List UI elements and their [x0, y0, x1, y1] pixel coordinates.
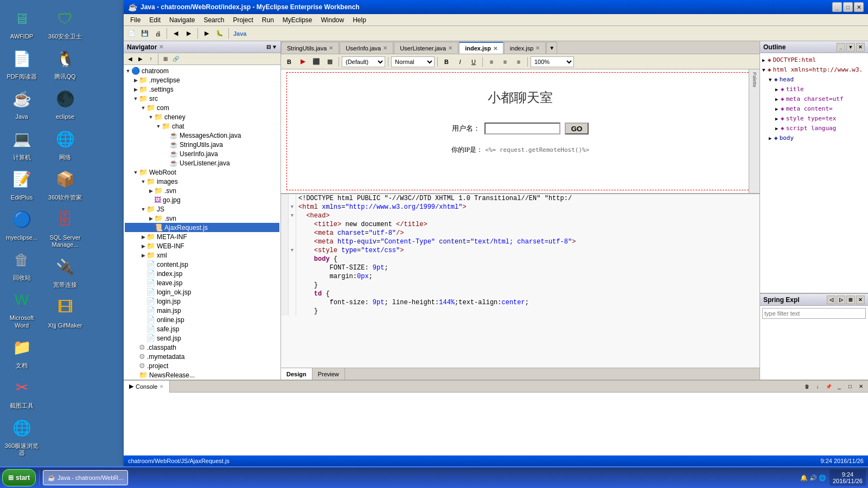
nav-node-svn_images[interactable]: ▶📁.svn	[125, 186, 279, 195]
nav-node-svn_js[interactable]: ▶📁.svn	[125, 214, 279, 223]
maximize-button[interactable]: □	[843, 2, 853, 12]
console-clear-btn[interactable]: 🗑	[802, 382, 812, 391]
editor-tab-close-UserListener[interactable]: ✕	[448, 45, 452, 51]
ed-design-btn[interactable]: ⬛	[310, 56, 322, 68]
tree-toggle-src[interactable]: ▼	[132, 95, 139, 102]
ed-zoom-select[interactable]: 100%	[531, 56, 574, 67]
desktop-icon-doc[interactable]: 📁文档	[3, 335, 41, 369]
design-username-input[interactable]	[484, 123, 560, 134]
menu-file[interactable]: File	[126, 15, 145, 25]
desktop-icon-360mgr[interactable]: 📦360软件管家	[46, 166, 84, 201]
outline-node-meta-2[interactable]: ▶◈meta charset=utf	[762, 94, 866, 104]
editor-tab-UserListener[interactable]: UserListener.java✕	[394, 42, 458, 54]
tree-toggle-JS[interactable]: ▼	[140, 206, 146, 213]
editor-tab-UserInfo[interactable]: UserInfo.java✕	[340, 42, 393, 54]
spring-btn2[interactable]: ▷	[837, 296, 845, 304]
nav-node-MessagesAction[interactable]: ☕MessagesAction.java	[125, 131, 279, 140]
desktop-icon-sqlserver[interactable]: 🗄SQL Server Manage...	[46, 207, 84, 248]
menu-navigate[interactable]: Navigate	[165, 15, 199, 25]
toolbar-run[interactable]: ▶	[201, 28, 213, 40]
ot-toggle-meta[interactable]: ▶	[775, 94, 781, 104]
spring-close-btn[interactable]: ✕	[856, 296, 865, 304]
menu-project[interactable]: Project	[228, 15, 257, 25]
nav-node-StringUtils[interactable]: ☕StringUtils.java	[125, 140, 279, 149]
nav-node-src[interactable]: ▼📁src	[125, 94, 279, 103]
nav-node-xml[interactable]: ▶📁xml	[125, 251, 279, 260]
desktop-icon-java[interactable]: ☕Java	[3, 86, 41, 120]
tree-toggle-myeclipse[interactable]: ▶	[132, 77, 139, 84]
nav-node-cheney[interactable]: ▼📁cheney	[125, 112, 279, 121]
editor-tab-index_jsp2[interactable]: index.jsp✕	[504, 42, 546, 54]
desktop-icon-computer[interactable]: 💻计算机	[3, 126, 41, 161]
nav-node-classpath[interactable]: ⚙.classpath	[125, 343, 279, 352]
nav-node-images[interactable]: ▼📁images	[125, 177, 279, 186]
minimize-button[interactable]: _	[832, 2, 842, 12]
toolbar-new[interactable]: 📄	[126, 28, 138, 40]
ed-align-right[interactable]: ≡	[513, 56, 525, 68]
design-go-button[interactable]: GO	[565, 123, 589, 134]
nav-node-META-INF[interactable]: ▶📁META-INF	[125, 232, 279, 241]
tree-toggle-chatroom[interactable]: ▼	[125, 68, 131, 74]
tree-toggle-settings[interactable]: ▶	[132, 86, 139, 93]
console-minimize-btn[interactable]: _	[834, 382, 844, 391]
fold-1[interactable]: ▼	[289, 203, 296, 211]
nav-node-AjaxRequest[interactable]: 📜AjaxRequest.js	[125, 223, 279, 232]
outline-node-script-2[interactable]: ▶◈script languag	[762, 124, 866, 133]
tree-toggle-WEB-INF[interactable]: ▶	[140, 243, 146, 249]
toolbar-save[interactable]: 💾	[139, 28, 151, 40]
desktop-icon-360browser[interactable]: 🌐360极速浏览器	[3, 415, 41, 457]
console-maximize-btn[interactable]: □	[845, 382, 855, 391]
desktop-icon-broadband[interactable]: 🔌宽带连接	[46, 254, 84, 288]
bottom-tab-preview[interactable]: Preview	[312, 368, 345, 380]
menu-help[interactable]: Help	[348, 15, 371, 25]
menu-search[interactable]: Search	[199, 15, 228, 25]
nav-node-WEB-INF[interactable]: ▶📁WEB-INF	[125, 241, 279, 251]
nav-node-safe_jsp[interactable]: 📄safe.jsp	[125, 324, 279, 333]
desktop-icon-editplus[interactable]: 📝EditPlus	[3, 166, 41, 201]
editor-tab-close-index_jsp1[interactable]: ✕	[493, 46, 497, 52]
ot-toggle-meta[interactable]: ▶	[775, 104, 781, 114]
nav-node-chat[interactable]: ▼📁chat	[125, 121, 279, 131]
desktop-icon-360safe[interactable]: 🛡360安全卫士	[46, 5, 84, 40]
nav-node-UserInfo[interactable]: ☕UserInfo.java	[125, 149, 279, 158]
nav-forward-btn[interactable]: ▶	[136, 54, 145, 64]
editor-tabs-more[interactable]: ▼	[546, 42, 557, 54]
start-button[interactable]: ⊞ start	[2, 469, 36, 486]
nav-node-JS[interactable]: ▼📁JS	[125, 204, 279, 214]
nav-menu-btn[interactable]: ▼	[272, 44, 277, 50]
fold-6[interactable]: ▼	[289, 246, 296, 255]
desktop-icon-recycle[interactable]: 🗑回收站	[3, 247, 41, 281]
toolbar-back[interactable]: ◀	[170, 28, 182, 40]
ed-style-select[interactable]: Normal	[391, 56, 435, 67]
ot-toggle-html[interactable]: ▼	[762, 65, 768, 75]
tree-toggle-META-INF[interactable]: ▶	[140, 234, 146, 240]
nav-node-com[interactable]: ▼📁com	[125, 103, 279, 112]
desktop-icon-pdf[interactable]: 📄PDF阅读器	[3, 46, 41, 80]
outline-node-body-1[interactable]: ▶◈body	[762, 133, 866, 143]
editor-tab-close-UserInfo[interactable]: ✕	[383, 45, 387, 51]
nav-node-settings[interactable]: ▶📁.settings	[125, 85, 279, 94]
nav-node-content_jsp[interactable]: 📄content.jsp	[125, 260, 279, 269]
spring-filter-input[interactable]	[762, 308, 866, 319]
outline-menu-btn[interactable]: ▼	[846, 43, 855, 52]
nav-node-main_jsp[interactable]: 📄main.jsp	[125, 306, 279, 315]
desktop-icon-word[interactable]: WMicrosoft Word	[3, 287, 41, 329]
tree-toggle-WebRoot[interactable]: ▼	[132, 169, 139, 176]
outline-node-meta-2[interactable]: ▶◈meta content=	[762, 104, 866, 114]
nav-back-btn[interactable]: ◀	[125, 54, 135, 64]
toolbar-debug[interactable]: 🐛	[214, 28, 226, 40]
nav-node-UserListener[interactable]: ☕UserListener.java	[125, 158, 279, 168]
ed-tb-underline[interactable]: U	[468, 56, 480, 68]
tree-toggle-svn_js[interactable]: ▶	[148, 215, 154, 222]
nav-node-online_jsp[interactable]: 📄online.jsp	[125, 315, 279, 324]
nav-node-project[interactable]: ⚙.project	[125, 361, 279, 370]
fold-2[interactable]: ▼	[289, 211, 296, 220]
nav-node-send_jsp[interactable]: 📄send.jsp	[125, 333, 279, 343]
desktop-icon-gifmaker[interactable]: 🎞Xtjj GifMaker	[46, 294, 84, 329]
console-scroll-btn[interactable]: ↓	[813, 382, 822, 391]
tree-toggle-images[interactable]: ▼	[140, 178, 146, 185]
console-close-btn[interactable]: ✕	[856, 382, 866, 391]
ot-toggle-title[interactable]: ▶	[775, 85, 781, 94]
tree-toggle-chat[interactable]: ▼	[155, 123, 162, 130]
nav-node-NewsRelease[interactable]: 📁NewsRelease...	[125, 370, 279, 380]
